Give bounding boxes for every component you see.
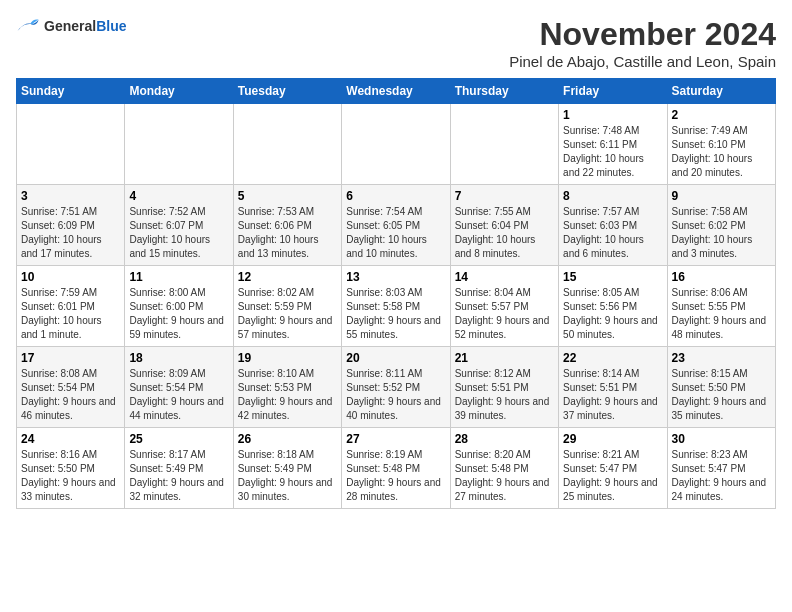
column-header-wednesday: Wednesday <box>342 79 450 104</box>
calendar-cell: 21Sunrise: 8:12 AM Sunset: 5:51 PM Dayli… <box>450 347 558 428</box>
day-number: 2 <box>672 108 771 122</box>
header: GeneralBlue November 2024 Pinel de Abajo… <box>16 16 776 70</box>
day-number: 8 <box>563 189 662 203</box>
day-number: 24 <box>21 432 120 446</box>
calendar-cell: 7Sunrise: 7:55 AM Sunset: 6:04 PM Daylig… <box>450 185 558 266</box>
column-header-thursday: Thursday <box>450 79 558 104</box>
day-info: Sunrise: 7:52 AM Sunset: 6:07 PM Dayligh… <box>129 205 228 261</box>
day-info: Sunrise: 8:00 AM Sunset: 6:00 PM Dayligh… <box>129 286 228 342</box>
day-number: 18 <box>129 351 228 365</box>
calendar-cell: 24Sunrise: 8:16 AM Sunset: 5:50 PM Dayli… <box>17 428 125 509</box>
calendar-cell <box>342 104 450 185</box>
day-number: 30 <box>672 432 771 446</box>
day-number: 7 <box>455 189 554 203</box>
week-row-1: 1Sunrise: 7:48 AM Sunset: 6:11 PM Daylig… <box>17 104 776 185</box>
calendar-table: SundayMondayTuesdayWednesdayThursdayFrid… <box>16 78 776 509</box>
column-header-sunday: Sunday <box>17 79 125 104</box>
day-info: Sunrise: 8:18 AM Sunset: 5:49 PM Dayligh… <box>238 448 337 504</box>
day-info: Sunrise: 7:54 AM Sunset: 6:05 PM Dayligh… <box>346 205 445 261</box>
day-number: 25 <box>129 432 228 446</box>
day-number: 9 <box>672 189 771 203</box>
day-info: Sunrise: 8:11 AM Sunset: 5:52 PM Dayligh… <box>346 367 445 423</box>
calendar-cell: 10Sunrise: 7:59 AM Sunset: 6:01 PM Dayli… <box>17 266 125 347</box>
day-number: 1 <box>563 108 662 122</box>
day-number: 15 <box>563 270 662 284</box>
calendar-cell <box>17 104 125 185</box>
column-header-saturday: Saturday <box>667 79 775 104</box>
day-info: Sunrise: 7:51 AM Sunset: 6:09 PM Dayligh… <box>21 205 120 261</box>
calendar-cell: 5Sunrise: 7:53 AM Sunset: 6:06 PM Daylig… <box>233 185 341 266</box>
calendar-cell: 9Sunrise: 7:58 AM Sunset: 6:02 PM Daylig… <box>667 185 775 266</box>
day-number: 3 <box>21 189 120 203</box>
calendar-cell: 27Sunrise: 8:19 AM Sunset: 5:48 PM Dayli… <box>342 428 450 509</box>
column-header-monday: Monday <box>125 79 233 104</box>
day-info: Sunrise: 8:02 AM Sunset: 5:59 PM Dayligh… <box>238 286 337 342</box>
column-header-friday: Friday <box>559 79 667 104</box>
day-number: 13 <box>346 270 445 284</box>
calendar-cell: 4Sunrise: 7:52 AM Sunset: 6:07 PM Daylig… <box>125 185 233 266</box>
calendar-cell <box>450 104 558 185</box>
day-number: 21 <box>455 351 554 365</box>
day-info: Sunrise: 7:57 AM Sunset: 6:03 PM Dayligh… <box>563 205 662 261</box>
calendar-body: 1Sunrise: 7:48 AM Sunset: 6:11 PM Daylig… <box>17 104 776 509</box>
calendar-cell: 23Sunrise: 8:15 AM Sunset: 5:50 PM Dayli… <box>667 347 775 428</box>
week-row-4: 17Sunrise: 8:08 AM Sunset: 5:54 PM Dayli… <box>17 347 776 428</box>
calendar-cell: 30Sunrise: 8:23 AM Sunset: 5:47 PM Dayli… <box>667 428 775 509</box>
column-header-tuesday: Tuesday <box>233 79 341 104</box>
calendar-cell: 25Sunrise: 8:17 AM Sunset: 5:49 PM Dayli… <box>125 428 233 509</box>
logo-bird-icon <box>16 16 40 36</box>
day-number: 17 <box>21 351 120 365</box>
week-row-2: 3Sunrise: 7:51 AM Sunset: 6:09 PM Daylig… <box>17 185 776 266</box>
day-info: Sunrise: 8:19 AM Sunset: 5:48 PM Dayligh… <box>346 448 445 504</box>
calendar-cell: 22Sunrise: 8:14 AM Sunset: 5:51 PM Dayli… <box>559 347 667 428</box>
day-info: Sunrise: 7:55 AM Sunset: 6:04 PM Dayligh… <box>455 205 554 261</box>
day-info: Sunrise: 7:59 AM Sunset: 6:01 PM Dayligh… <box>21 286 120 342</box>
day-number: 23 <box>672 351 771 365</box>
calendar-cell: 1Sunrise: 7:48 AM Sunset: 6:11 PM Daylig… <box>559 104 667 185</box>
day-number: 20 <box>346 351 445 365</box>
day-info: Sunrise: 8:20 AM Sunset: 5:48 PM Dayligh… <box>455 448 554 504</box>
day-info: Sunrise: 7:53 AM Sunset: 6:06 PM Dayligh… <box>238 205 337 261</box>
day-info: Sunrise: 8:04 AM Sunset: 5:57 PM Dayligh… <box>455 286 554 342</box>
calendar-cell: 12Sunrise: 8:02 AM Sunset: 5:59 PM Dayli… <box>233 266 341 347</box>
day-number: 14 <box>455 270 554 284</box>
day-info: Sunrise: 8:03 AM Sunset: 5:58 PM Dayligh… <box>346 286 445 342</box>
calendar-cell: 26Sunrise: 8:18 AM Sunset: 5:49 PM Dayli… <box>233 428 341 509</box>
day-info: Sunrise: 8:21 AM Sunset: 5:47 PM Dayligh… <box>563 448 662 504</box>
day-number: 22 <box>563 351 662 365</box>
day-info: Sunrise: 8:16 AM Sunset: 5:50 PM Dayligh… <box>21 448 120 504</box>
calendar-cell: 19Sunrise: 8:10 AM Sunset: 5:53 PM Dayli… <box>233 347 341 428</box>
day-info: Sunrise: 8:05 AM Sunset: 5:56 PM Dayligh… <box>563 286 662 342</box>
calendar-cell: 20Sunrise: 8:11 AM Sunset: 5:52 PM Dayli… <box>342 347 450 428</box>
month-title: November 2024 <box>509 16 776 53</box>
day-info: Sunrise: 8:17 AM Sunset: 5:49 PM Dayligh… <box>129 448 228 504</box>
day-number: 6 <box>346 189 445 203</box>
day-info: Sunrise: 8:23 AM Sunset: 5:47 PM Dayligh… <box>672 448 771 504</box>
week-row-3: 10Sunrise: 7:59 AM Sunset: 6:01 PM Dayli… <box>17 266 776 347</box>
day-number: 19 <box>238 351 337 365</box>
day-info: Sunrise: 8:15 AM Sunset: 5:50 PM Dayligh… <box>672 367 771 423</box>
calendar-cell: 3Sunrise: 7:51 AM Sunset: 6:09 PM Daylig… <box>17 185 125 266</box>
day-info: Sunrise: 7:58 AM Sunset: 6:02 PM Dayligh… <box>672 205 771 261</box>
location-title: Pinel de Abajo, Castille and Leon, Spain <box>509 53 776 70</box>
calendar-cell: 14Sunrise: 8:04 AM Sunset: 5:57 PM Dayli… <box>450 266 558 347</box>
day-number: 5 <box>238 189 337 203</box>
logo: GeneralBlue <box>16 16 126 36</box>
calendar-cell: 17Sunrise: 8:08 AM Sunset: 5:54 PM Dayli… <box>17 347 125 428</box>
calendar-cell: 13Sunrise: 8:03 AM Sunset: 5:58 PM Dayli… <box>342 266 450 347</box>
calendar-cell: 29Sunrise: 8:21 AM Sunset: 5:47 PM Dayli… <box>559 428 667 509</box>
logo-general: GeneralBlue <box>44 17 126 35</box>
day-info: Sunrise: 8:08 AM Sunset: 5:54 PM Dayligh… <box>21 367 120 423</box>
day-info: Sunrise: 8:12 AM Sunset: 5:51 PM Dayligh… <box>455 367 554 423</box>
day-info: Sunrise: 7:49 AM Sunset: 6:10 PM Dayligh… <box>672 124 771 180</box>
day-number: 4 <box>129 189 228 203</box>
calendar-cell <box>125 104 233 185</box>
day-info: Sunrise: 8:10 AM Sunset: 5:53 PM Dayligh… <box>238 367 337 423</box>
calendar-cell: 15Sunrise: 8:05 AM Sunset: 5:56 PM Dayli… <box>559 266 667 347</box>
day-number: 10 <box>21 270 120 284</box>
day-number: 26 <box>238 432 337 446</box>
calendar-cell: 8Sunrise: 7:57 AM Sunset: 6:03 PM Daylig… <box>559 185 667 266</box>
day-number: 28 <box>455 432 554 446</box>
calendar-cell: 16Sunrise: 8:06 AM Sunset: 5:55 PM Dayli… <box>667 266 775 347</box>
calendar-cell: 2Sunrise: 7:49 AM Sunset: 6:10 PM Daylig… <box>667 104 775 185</box>
